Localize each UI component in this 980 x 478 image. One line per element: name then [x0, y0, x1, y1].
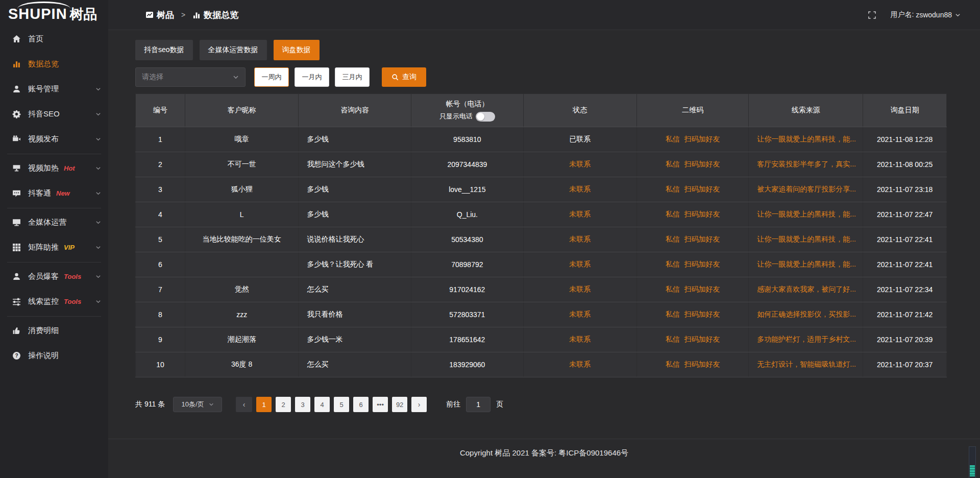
page-number-button[interactable]: 3	[295, 397, 310, 412]
username-value[interactable]: zswodun88	[916, 11, 952, 19]
chevron-down-icon	[95, 274, 101, 279]
chevron-down-icon[interactable]	[955, 12, 961, 18]
tab-button[interactable]: 询盘数据	[274, 40, 320, 60]
table-row: 5 当地比较能吃的一位美女 说说价格让我死心 50534380 未联系 私信 扫…	[136, 227, 947, 252]
tab-button[interactable]: 全媒体运营数据	[200, 40, 267, 60]
scrollbar[interactable]	[969, 446, 976, 478]
main-area: 树品 > 数据总览 用户名: zswodun88 抖音seo数据全媒体运营数据询…	[108, 0, 980, 478]
goto-page-input[interactable]	[466, 397, 491, 412]
total-count: 共 911 条	[135, 400, 165, 409]
table-row: 8 zzz 我只看价格 572803371 未联系 私信 扫码加好友 如何正确选…	[136, 302, 947, 327]
search-button-label: 查询	[402, 73, 416, 82]
goto-label: 前往	[446, 400, 460, 409]
sidebar-item-gear[interactable]: 抖音SEO	[0, 102, 108, 127]
cell-source[interactable]: 让你一眼就爱上的黑科技，能...	[749, 202, 863, 227]
scan-add-friend-link[interactable]: 扫码加好友	[684, 335, 720, 343]
next-page-button[interactable]: ›	[411, 397, 427, 412]
sidebar-item-user2[interactable]: 会员爆客 Tools	[0, 264, 108, 289]
page-number-button[interactable]: 4	[314, 397, 330, 412]
cell-source[interactable]: 多功能护栏灯，适用于乡村文...	[749, 327, 863, 352]
table-row: 6 多少钱？让我死心 看 70898792 未联系 私信 扫码加好友 让你一眼就…	[136, 252, 947, 277]
dm-link[interactable]: 私信	[666, 160, 680, 168]
dm-link[interactable]: 私信	[666, 135, 680, 143]
cell-date: 2021-11-07 22:47	[863, 202, 947, 227]
sidebar-item-icon	[12, 35, 21, 43]
cell-nickname: 狐小狸	[185, 177, 298, 202]
dm-link[interactable]: 私信	[666, 235, 680, 243]
scan-add-friend-link[interactable]: 扫码加好友	[684, 160, 720, 168]
table-row: 4 L 多少钱 Q_Liu. 未联系 私信 扫码加好友 让你一眼就爱上的黑科技，…	[136, 202, 947, 227]
page-number-button[interactable]: 6	[353, 397, 369, 412]
dm-link[interactable]: 私信	[666, 310, 680, 318]
cell-content: 多少钱一米	[299, 327, 411, 352]
scan-add-friend-link[interactable]: 扫码加好友	[684, 185, 720, 193]
tab-button[interactable]: 抖音seo数据	[135, 40, 193, 60]
sidebar-item-help[interactable]: 操作说明	[0, 343, 108, 368]
scan-add-friend-link[interactable]: 扫码加好友	[684, 235, 720, 243]
sidebar-item-home[interactable]: 首页	[0, 27, 108, 52]
cell-source[interactable]: 无主灯设计，智能磁吸轨道灯...	[749, 352, 863, 377]
cell-source[interactable]: 让你一眼就爱上的黑科技，能...	[749, 252, 863, 277]
cell-nickname: 潮起潮落	[185, 327, 298, 352]
cell-source[interactable]: 感谢大家喜欢我家，被问了好...	[749, 277, 863, 302]
date-range-button[interactable]: 三月内	[335, 67, 370, 87]
sidebar-item-sliders[interactable]: 线索监控 Tools	[0, 289, 108, 314]
date-range-button[interactable]: 一月内	[295, 67, 329, 87]
scrollbar-thumb[interactable]	[970, 465, 975, 476]
dm-link[interactable]: 私信	[666, 210, 680, 218]
sidebar-item-grid[interactable]: 矩阵助推 VIP	[0, 235, 108, 260]
sidebar-item-label: 操作说明	[28, 351, 59, 361]
dm-link[interactable]: 私信	[666, 260, 680, 268]
page-number-button[interactable]: 5	[334, 397, 349, 412]
cell-qrcode: 私信 扫码加好友	[636, 152, 748, 177]
sidebar-item-monitor[interactable]: 全媒体运营	[0, 210, 108, 235]
cell-qrcode: 私信 扫码加好友	[636, 127, 748, 152]
footer: Copyright 树品 2021 备案号: 粤ICP备09019646号	[108, 439, 980, 458]
sidebar-item-camera[interactable]: 视频发布	[0, 127, 108, 152]
search-button[interactable]: 查询	[382, 67, 426, 87]
cell-source[interactable]: 被大家追着问的客厅投影分享...	[749, 177, 863, 202]
sidebar-item-chart[interactable]: 数据总览	[0, 52, 108, 77]
dm-link[interactable]: 私信	[666, 285, 680, 293]
filter-select[interactable]: 请选择	[135, 67, 246, 87]
scan-add-friend-link[interactable]: 扫码加好友	[684, 360, 720, 368]
cell-source[interactable]: 让你一眼就爱上的黑科技，能...	[749, 227, 863, 252]
cell-nickname: zzz	[185, 302, 298, 327]
prev-page-button[interactable]: ‹	[236, 397, 252, 412]
sidebar-item-heat[interactable]: 视频加热 Hot	[0, 156, 108, 181]
content: 抖音seo数据全媒体运营数据询盘数据 请选择 一周内一月内三月内 查询	[108, 30, 980, 478]
scan-add-friend-link[interactable]: 扫码加好友	[684, 260, 720, 268]
sidebar-item-user[interactable]: 账号管理	[0, 77, 108, 102]
sidebar-item-icon	[12, 272, 21, 281]
scan-add-friend-link[interactable]: 扫码加好友	[684, 285, 720, 293]
fullscreen-icon[interactable]	[868, 11, 876, 19]
cell-content: 多少钱	[299, 202, 411, 227]
sidebar-item-like[interactable]: 消费明细	[0, 318, 108, 343]
table-row: 2 不可一世 我想问这个多少钱 2097344839 未联系 私信 扫码加好友 …	[136, 152, 947, 177]
sidebar-item-label: 抖音SEO	[28, 109, 60, 119]
page-number-button[interactable]: 1	[256, 397, 272, 412]
sidebar-item-chat[interactable]: 抖客通 New	[0, 181, 108, 206]
col-source: 线索来源	[749, 94, 863, 127]
dm-link[interactable]: 私信	[666, 185, 680, 193]
cell-source[interactable]: 客厅安装投影半年多了，真实...	[749, 152, 863, 177]
cell-source[interactable]: 让你一眼就爱上的黑科技，能...	[749, 127, 863, 152]
phone-only-toggle[interactable]	[476, 112, 495, 122]
page-number-button[interactable]: 2	[276, 397, 291, 412]
cell-content: 怎么买	[299, 352, 411, 377]
breadcrumb-root[interactable]: 树品	[157, 9, 174, 21]
cell-id: 4	[136, 202, 185, 227]
sidebar-item-label: 账号管理	[28, 84, 59, 94]
dm-link[interactable]: 私信	[666, 335, 680, 343]
cell-source[interactable]: 如何正确选择投影仪，买投影...	[749, 302, 863, 327]
scan-add-friend-link[interactable]: 扫码加好友	[684, 210, 720, 218]
table-row: 3 狐小狸 多少钱 love__1215 未联系 私信 扫码加好友 被大家追着问…	[136, 177, 947, 202]
page-number-button[interactable]: 92	[392, 397, 407, 412]
scan-add-friend-link[interactable]: 扫码加好友	[684, 310, 720, 318]
sidebar-item-icon	[12, 135, 21, 144]
page-size-select[interactable]: 10条/页	[173, 397, 222, 412]
page-number-button[interactable]: •••	[373, 397, 388, 412]
dm-link[interactable]: 私信	[666, 360, 680, 368]
scan-add-friend-link[interactable]: 扫码加好友	[684, 135, 720, 143]
date-range-button[interactable]: 一周内	[254, 67, 289, 87]
